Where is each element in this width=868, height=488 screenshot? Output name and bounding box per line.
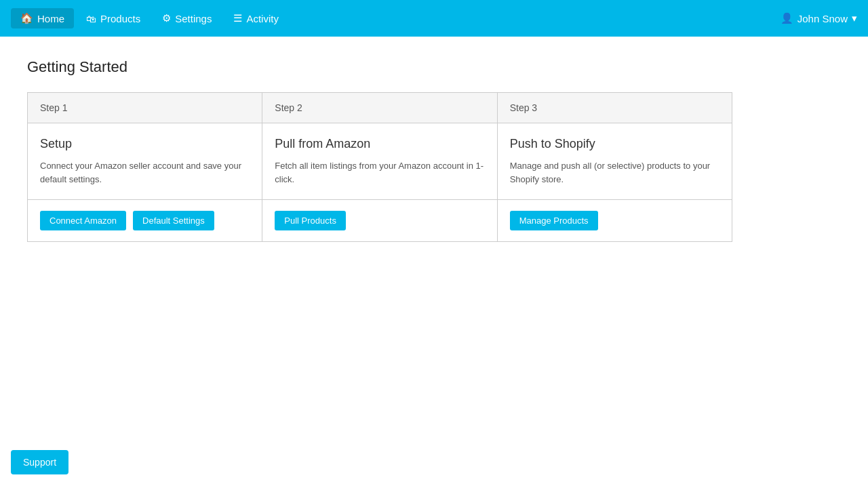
step-2-footer: Pull Products — [262, 200, 497, 241]
step-3-desc: Manage and push all (or selective) produ… — [510, 159, 719, 186]
products-icon: 🛍 — [86, 13, 96, 24]
step-1-body: Setup Connect your Amazon seller account… — [28, 123, 262, 199]
step-2-title: Pull from Amazon — [275, 137, 484, 151]
steps-table: Step 1 Step 2 Step 3 Setup Connect your … — [27, 92, 732, 242]
main-content: Getting Started Step 1 Step 2 Step 3 Set… — [0, 37, 868, 264]
step-1-desc: Connect your Amazon seller account and s… — [40, 159, 250, 186]
nav-label-products: Products — [100, 13, 140, 24]
navbar-left: 🏠 Home 🛍 Products ⚙ Settings ☰ Activity — [11, 8, 288, 28]
step-1-title: Setup — [40, 137, 250, 151]
dropdown-chevron-icon: ▾ — [852, 12, 857, 24]
nav-label-home: Home — [37, 13, 64, 24]
step-2-body: Pull from Amazon Fetch all item listings… — [262, 123, 497, 199]
user-menu[interactable]: 👤 John Snow ▾ — [781, 12, 857, 24]
nav-item-settings[interactable]: ⚙ Settings — [153, 8, 221, 28]
step-3-title: Push to Shopify — [510, 137, 719, 151]
steps-footer-row: Connect Amazon Default Settings Pull Pro… — [28, 200, 732, 241]
step-3-footer: Manage Products — [498, 200, 732, 241]
steps-body-row: Setup Connect your Amazon seller account… — [28, 123, 732, 200]
settings-icon: ⚙ — [162, 12, 171, 24]
default-settings-button[interactable]: Default Settings — [133, 211, 214, 230]
step-3-body: Push to Shopify Manage and push all (or … — [498, 123, 732, 199]
step-3-header: Step 3 — [498, 93, 732, 123]
nav-item-activity[interactable]: ☰ Activity — [224, 8, 288, 28]
nav-label-settings: Settings — [175, 13, 212, 24]
navbar: 🏠 Home 🛍 Products ⚙ Settings ☰ Activity … — [0, 0, 868, 37]
step-1-footer: Connect Amazon Default Settings — [28, 200, 262, 241]
step-2-header: Step 2 — [262, 93, 497, 123]
manage-products-button[interactable]: Manage Products — [510, 211, 598, 230]
connect-amazon-button[interactable]: Connect Amazon — [40, 211, 126, 230]
activity-icon: ☰ — [233, 12, 242, 24]
home-icon: 🏠 — [20, 12, 33, 24]
user-name: John Snow — [797, 13, 848, 24]
page-title: Getting Started — [27, 58, 841, 76]
step-2-desc: Fetch all item listings from your Amazon… — [275, 159, 484, 186]
nav-label-activity: Activity — [246, 13, 279, 24]
user-icon: 👤 — [781, 12, 793, 24]
pull-products-button[interactable]: Pull Products — [275, 211, 346, 230]
nav-item-home[interactable]: 🏠 Home — [11, 8, 74, 28]
steps-header-row: Step 1 Step 2 Step 3 — [28, 93, 732, 123]
step-1-header: Step 1 — [28, 93, 262, 123]
nav-item-products[interactable]: 🛍 Products — [77, 9, 150, 28]
